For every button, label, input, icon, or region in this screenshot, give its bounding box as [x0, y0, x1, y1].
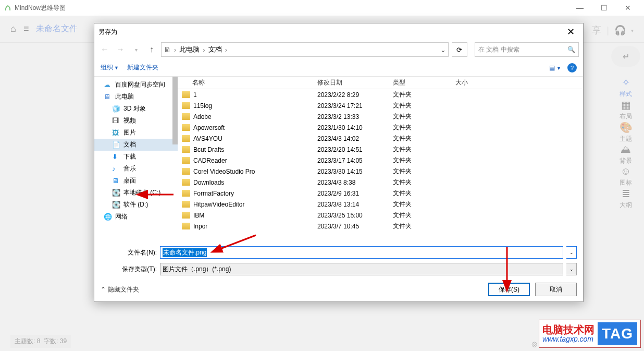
file-type: 文件夹: [389, 178, 451, 187]
file-name: Inpor: [193, 223, 207, 230]
tree-item[interactable]: ♪音乐: [94, 163, 178, 175]
filename-dropdown-icon[interactable]: ⌄: [566, 246, 577, 259]
nav-chevron-down-icon[interactable]: ▾: [130, 47, 142, 53]
tree-item[interactable]: 💽本地磁盘 (C:): [94, 187, 178, 199]
col-name[interactable]: 名称: [178, 78, 313, 87]
dialog-title: 另存为: [98, 28, 117, 37]
file-list: 名称 修改日期 类型 大小 12023/2/22 8:29文件夹115log20…: [178, 77, 583, 242]
save-button[interactable]: 保存(S): [488, 283, 530, 296]
folder-icon: [182, 168, 190, 175]
file-date: 2023/4/3 8:38: [313, 179, 389, 186]
breadcrumb-sep: ›: [173, 46, 177, 54]
organize-menu[interactable]: 组织▼: [101, 63, 119, 72]
help-button[interactable]: ?: [567, 63, 577, 72]
col-type[interactable]: 类型: [389, 78, 451, 87]
tree-item[interactable]: 🖥桌面: [94, 175, 178, 187]
breadcrumb-folder[interactable]: 文档: [208, 45, 222, 54]
tree-item[interactable]: 🧊3D 对象: [94, 103, 178, 115]
refresh-button[interactable]: ⟳: [452, 42, 467, 57]
filename-label: 文件名(N):: [101, 248, 157, 257]
folder-icon: [182, 124, 190, 131]
file-type: 文件夹: [389, 101, 451, 110]
file-row[interactable]: Downloads2023/4/3 8:38文件夹: [178, 177, 583, 188]
filetype-dropdown-icon[interactable]: ⌄: [566, 263, 577, 275]
breadcrumb-sep: ›: [202, 46, 206, 54]
folder-icon: [182, 146, 190, 153]
file-type: 文件夹: [389, 123, 451, 132]
new-folder-button[interactable]: 新建文件夹: [127, 63, 158, 72]
nav-tree[interactable]: ☁百度网盘同步空间🖥此电脑🧊3D 对象🎞视频🖼图片📄文档⬇下载♪音乐🖥桌面💽本地…: [94, 77, 178, 242]
folder-icon: [182, 212, 190, 219]
file-row[interactable]: AVS4YOU2023/4/3 14:02文件夹: [178, 133, 583, 144]
hide-folders-toggle[interactable]: ⌃隐藏文件夹: [101, 285, 139, 294]
watermark: 电脑技术网 www.tagxp.com TAG: [539, 320, 641, 348]
tree-item[interactable]: 🖥此电脑: [94, 91, 178, 103]
file-row[interactable]: HitpawVideoEditor2023/3/8 13:14文件夹: [178, 199, 583, 210]
dialog-close-button[interactable]: ✕: [563, 26, 579, 38]
folder-icon: [182, 113, 190, 120]
file-row[interactable]: FormatFactory2023/2/9 16:31文件夹: [178, 188, 583, 199]
file-row[interactable]: Apowersoft2023/1/30 14:10文件夹: [178, 122, 583, 133]
file-date: 2023/3/2 13:33: [313, 113, 389, 120]
search-icon[interactable]: 🔍: [567, 46, 575, 53]
tree-item[interactable]: 📄文档: [94, 139, 178, 151]
view-options-button[interactable]: ▤ ▼: [549, 64, 561, 71]
breadcrumb-dropdown-icon[interactable]: ⌄: [440, 46, 446, 54]
tree-icon: 🌐: [104, 213, 112, 221]
file-row[interactable]: IBM2023/3/25 15:00文件夹: [178, 210, 583, 221]
file-name: 115log: [193, 102, 212, 110]
tree-item[interactable]: 🌐网络: [94, 211, 178, 223]
tree-label: 本地磁盘 (C:): [123, 188, 160, 197]
window-minimize[interactable]: —: [568, 4, 592, 12]
tree-icon: 🧊: [112, 105, 120, 113]
filetype-select[interactable]: 图片文件（.png）(*.png): [160, 263, 563, 275]
search-placeholder: 在 文档 中搜索: [478, 45, 519, 54]
tree-item[interactable]: ☁百度网盘同步空间: [94, 79, 178, 91]
file-name: IBM: [193, 212, 204, 219]
window-maximize[interactable]: ☐: [592, 4, 616, 12]
tree-item[interactable]: 🎞视频: [94, 115, 178, 127]
file-row[interactable]: 12023/2/22 8:29文件夹: [178, 89, 583, 100]
tree-label: 下载: [123, 152, 136, 161]
filetype-row: 保存类型(T): 图片文件（.png）(*.png) ⌄: [101, 263, 577, 275]
tree-label: 3D 对象: [123, 104, 146, 113]
tree-item[interactable]: ⬇下载: [94, 151, 178, 163]
nav-back-button[interactable]: ←: [98, 45, 111, 54]
file-date: 2023/4/3 14:02: [313, 135, 389, 142]
watermark-title: 电脑技术网: [542, 324, 595, 335]
tree-label: 桌面: [123, 176, 136, 185]
window-close[interactable]: ✕: [616, 4, 640, 12]
folder-icon: [182, 91, 190, 98]
file-row[interactable]: Bcut Drafts2023/2/20 14:51文件夹: [178, 144, 583, 155]
file-row[interactable]: 115log2023/3/24 17:21文件夹: [178, 100, 583, 111]
filename-input[interactable]: 未命名文件.png: [160, 246, 563, 259]
folder-icon: [182, 190, 190, 197]
dialog-nav-bar: ← → ▾ ↑ 🗎 › 此电脑 › 文档 › ⌄ ⟳ 在 文档 中搜索 🔍: [94, 40, 583, 59]
breadcrumb-pc[interactable]: 此电脑: [179, 45, 200, 54]
file-name: FormatFactory: [193, 190, 234, 197]
cancel-button[interactable]: 取消: [535, 283, 577, 296]
file-row[interactable]: Inpor2023/3/7 10:45文件夹: [178, 221, 583, 232]
chevron-down-icon: ⌃: [101, 286, 106, 293]
tree-item[interactable]: 🖼图片: [94, 127, 178, 139]
col-date[interactable]: 修改日期: [313, 78, 389, 87]
search-input[interactable]: 在 文档 中搜索 🔍: [475, 42, 579, 57]
tree-item[interactable]: 💽软件 (D:): [94, 199, 178, 211]
nav-up-button[interactable]: ↑: [145, 45, 158, 54]
folder-icon: [182, 135, 190, 142]
breadcrumb-bar[interactable]: 🗎 › 此电脑 › 文档 › ⌄: [161, 42, 449, 57]
file-list-header[interactable]: 名称 修改日期 类型 大小: [178, 77, 583, 89]
col-size[interactable]: 大小: [451, 78, 503, 87]
filetype-value: 图片文件（.png）(*.png): [163, 265, 231, 274]
file-row[interactable]: Adobe2023/3/2 13:33文件夹: [178, 111, 583, 122]
tree-label: 视频: [123, 116, 136, 125]
file-row[interactable]: Corel VideoStudio Pro2023/3/30 14:15文件夹: [178, 166, 583, 177]
file-row[interactable]: CADReader2023/3/17 14:05文件夹: [178, 155, 583, 166]
file-date: 2023/2/9 16:31: [313, 190, 389, 197]
nav-forward-button[interactable]: →: [114, 45, 127, 54]
tree-label: 此电脑: [115, 92, 134, 101]
file-name: CADReader: [193, 157, 227, 164]
file-date: 2023/2/22 8:29: [313, 91, 389, 99]
tree-scrollbar[interactable]: [172, 77, 178, 144]
folder-icon: [182, 102, 190, 109]
